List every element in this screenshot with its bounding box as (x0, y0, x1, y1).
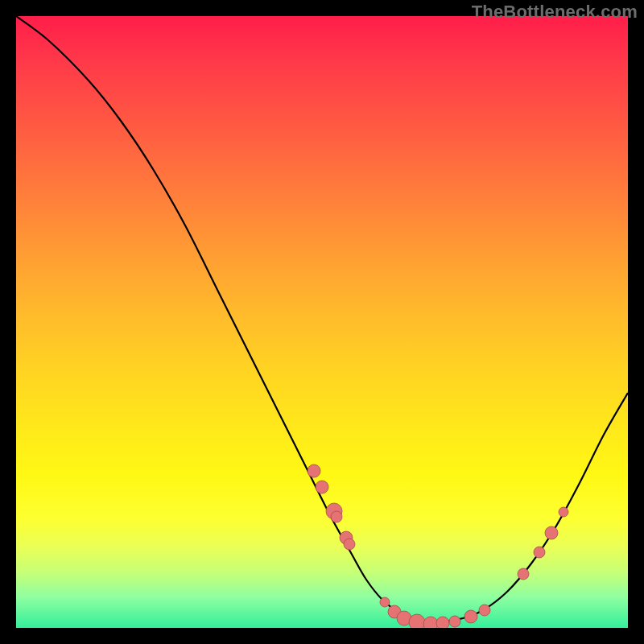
data-marker (423, 617, 438, 628)
data-markers (308, 464, 568, 628)
data-marker (449, 616, 460, 627)
data-marker (344, 539, 355, 550)
data-marker (545, 526, 558, 539)
bottleneck-curve (16, 16, 628, 621)
chart-svg (16, 16, 628, 628)
data-marker (464, 610, 477, 623)
data-marker (534, 547, 545, 558)
data-marker (316, 481, 328, 493)
data-marker (380, 597, 390, 607)
data-marker (559, 507, 568, 517)
data-marker (331, 511, 342, 522)
data-marker (308, 464, 320, 477)
data-marker (436, 617, 449, 628)
watermark-text: TheBottleneck.com (472, 2, 638, 23)
data-marker (518, 568, 529, 580)
data-marker (409, 614, 425, 628)
data-marker (479, 605, 490, 616)
